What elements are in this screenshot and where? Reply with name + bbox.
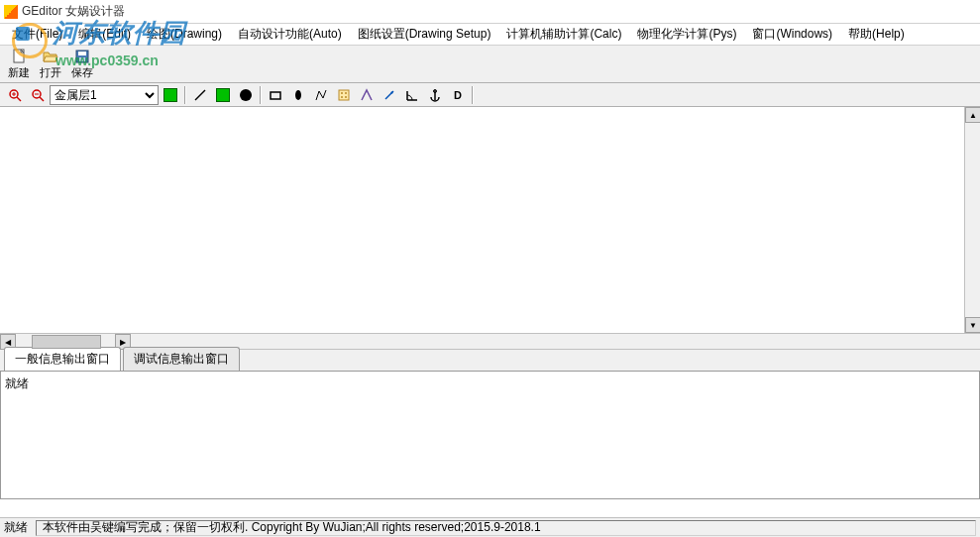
fill-green-button[interactable] (212, 85, 234, 105)
save-label: 保存 (71, 65, 93, 80)
scroll-down-button[interactable]: ▼ (965, 317, 980, 333)
svg-text:D: D (454, 89, 462, 101)
open-label: 打开 (40, 65, 61, 80)
output-panel[interactable]: 就绪 (0, 371, 980, 499)
new-label: 新建 (8, 65, 30, 80)
vector-tool-button[interactable] (356, 85, 378, 105)
menu-windows[interactable]: 窗口(Windows) (744, 24, 840, 45)
hscroll-track[interactable] (16, 334, 115, 349)
polyline-tool-button[interactable] (310, 85, 332, 105)
svg-rect-14 (339, 90, 349, 100)
ellipse-tool-button[interactable] (287, 85, 309, 105)
svg-rect-2 (78, 52, 86, 55)
menu-setup[interactable]: 图纸设置(Drawing Setup) (350, 24, 499, 45)
titlebar: GEditor 女娲设计器 (0, 0, 980, 24)
menu-edit[interactable]: 编辑(Edit) (70, 24, 139, 45)
window-title: GEditor 女娲设计器 (22, 3, 125, 20)
menubar: 文件(File) 编辑(Edit) 绘图(Drawing) 自动设计功能(Aut… (0, 24, 980, 46)
vertical-scrollbar[interactable]: ▲ ▼ (964, 107, 980, 333)
main-toolbar: 新建 打开 保存 (0, 46, 980, 83)
scroll-up-button[interactable]: ▲ (965, 107, 980, 123)
toolbar-divider (260, 86, 262, 104)
svg-point-13 (295, 90, 301, 100)
rect-tool-button[interactable] (265, 85, 286, 105)
canvas-grid (0, 107, 828, 333)
svg-point-15 (341, 92, 343, 94)
statusbar: 就绪 本软件由吴键编写完成；保留一切权利. Copyright By WuJia… (0, 517, 980, 537)
toolbar-divider (184, 86, 186, 104)
tab-debug-output[interactable]: 调试信息输出窗口 (123, 347, 240, 371)
svg-rect-3 (79, 57, 85, 61)
green-swatch-icon (163, 88, 177, 102)
app-icon (4, 5, 18, 19)
svg-point-16 (345, 92, 347, 94)
circle-tool-button[interactable] (235, 85, 257, 105)
zoom-in-button[interactable] (4, 85, 26, 105)
black-circle-icon (240, 89, 252, 101)
toolbar-divider (472, 86, 474, 104)
component-tool-button[interactable] (333, 85, 355, 105)
menu-pys[interactable]: 物理化学计算(Pys) (629, 24, 744, 45)
new-button[interactable]: 新建 (4, 47, 34, 82)
menu-help[interactable]: 帮助(Help) (840, 24, 913, 45)
d-tool-button[interactable]: D (447, 85, 469, 105)
zoom-out-button[interactable] (27, 85, 49, 105)
angle-tool-button[interactable] (401, 85, 423, 105)
status-copyright: 本软件由吴键编写完成；保留一切权利. Copyright By WuJian;A… (36, 520, 976, 536)
menu-file[interactable]: 文件(File) (4, 24, 70, 45)
svg-line-5 (17, 97, 21, 101)
line-tool-button[interactable] (189, 85, 211, 105)
output-text: 就绪 (5, 376, 29, 390)
status-ready: 就绪 (4, 519, 28, 536)
svg-rect-12 (271, 92, 280, 99)
menu-calc[interactable]: 计算机辅助计算(Calc) (498, 24, 629, 45)
menu-drawing[interactable]: 绘图(Drawing) (139, 24, 230, 45)
anchor-tool-button[interactable] (424, 85, 446, 105)
save-button[interactable]: 保存 (67, 47, 97, 82)
tab-general-output[interactable]: 一般信息输出窗口 (4, 347, 121, 371)
open-button[interactable]: 打开 (36, 47, 65, 82)
svg-line-11 (195, 90, 205, 100)
output-tabs: 一般信息输出窗口 调试信息输出窗口 (0, 349, 980, 371)
drawing-toolbar: 金属层1 D (0, 83, 980, 107)
svg-line-9 (40, 97, 44, 101)
save-disk-icon (74, 49, 90, 64)
canvas-area[interactable]: ▲ ▼ (0, 107, 980, 333)
new-file-icon (11, 49, 27, 64)
arrow-tool-button[interactable] (379, 85, 400, 105)
hscroll-thumb[interactable] (32, 335, 101, 349)
svg-point-18 (345, 96, 347, 98)
menu-auto[interactable]: 自动设计功能(Auto) (230, 24, 350, 45)
layer-color-button[interactable] (160, 85, 181, 105)
svg-point-17 (341, 96, 343, 98)
layer-select[interactable]: 金属层1 (50, 85, 159, 105)
green-fill-icon (216, 88, 230, 102)
open-folder-icon (43, 49, 58, 64)
